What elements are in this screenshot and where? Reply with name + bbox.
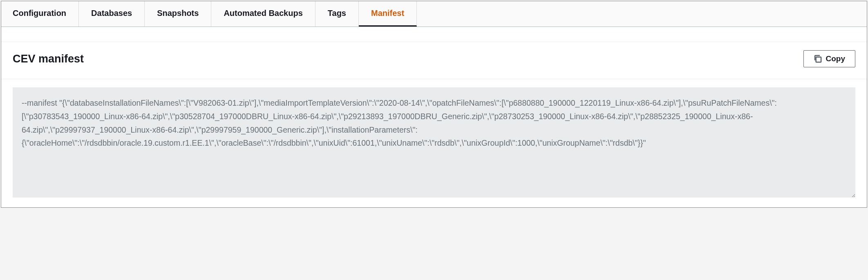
tab-snapshots[interactable]: Snapshots [145,1,211,27]
tab-tags[interactable]: Tags [315,1,359,27]
panel-title: CEV manifest [13,53,84,65]
tab-databases[interactable]: Databases [79,1,145,27]
main-container: Configuration Databases Snapshots Automa… [1,1,867,208]
copy-icon [814,55,822,63]
content-area: CEV manifest Copy --manifest "{\"databas… [1,42,867,207]
copy-button[interactable]: Copy [803,50,856,67]
panel-body: --manifest "{\"databaseInstallationFileN… [1,79,867,207]
manifest-textarea[interactable]: --manifest "{\"databaseInstallationFileN… [13,87,855,198]
copy-button-label: Copy [826,54,846,63]
tab-bar: Configuration Databases Snapshots Automa… [1,1,867,27]
manifest-panel: CEV manifest Copy --manifest "{\"databas… [1,42,867,207]
panel-header: CEV manifest Copy [1,42,867,79]
tab-configuration[interactable]: Configuration [1,1,79,27]
svg-rect-0 [816,57,821,62]
tab-automated-backups[interactable]: Automated Backups [211,1,315,27]
tab-manifest[interactable]: Manifest [359,1,417,27]
